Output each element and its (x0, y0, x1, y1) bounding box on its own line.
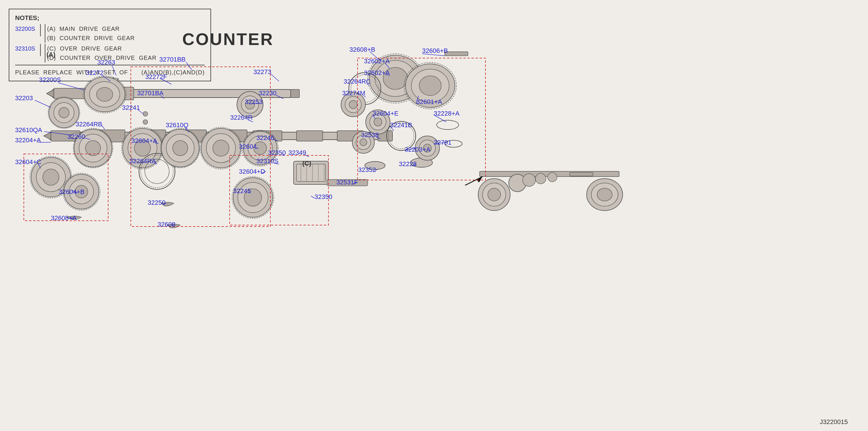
svg-rect-110 (570, 172, 593, 176)
refline-32263 (112, 65, 116, 75)
svg-point-33 (86, 140, 100, 156)
label-32228: 32228 (399, 160, 416, 168)
label-32349: 32349 (288, 149, 306, 156)
label-32273: 32273 (253, 68, 271, 75)
label-32606b: 32606+B (422, 47, 448, 54)
label-32538: 32538 (361, 131, 379, 138)
label-32246: 32246 (256, 134, 274, 141)
label-32264rb: 32264RB (75, 121, 102, 128)
svg-marker-4 (46, 90, 54, 98)
part-32228a (437, 120, 459, 130)
svg-point-113 (597, 188, 612, 201)
label-32204a: 32204+A (15, 136, 41, 144)
svg-point-107 (523, 174, 535, 187)
svg-point-94 (437, 120, 459, 130)
label-32241: 32241 (122, 104, 140, 111)
label-32230: 32230 (259, 90, 276, 97)
label-32531f: 32531F (336, 178, 358, 186)
label-32608b: 32608+B (349, 46, 375, 53)
label-32274m: 32274M (342, 90, 365, 97)
label-32264ra: 32264RA (129, 157, 156, 165)
far-right-shaft (478, 171, 623, 210)
callout-a: (A) (46, 51, 56, 58)
gear-main-drive-a (83, 76, 126, 113)
label-32272f: 32272F (145, 73, 167, 80)
svg-point-37 (96, 88, 113, 101)
refline-32350-2 (311, 196, 314, 198)
assembly-arrow (465, 176, 483, 185)
svg-marker-12 (43, 132, 51, 140)
label-32264rc: 32264RC (344, 78, 371, 85)
label-32602a-1: 32602+A (364, 58, 390, 65)
label-32601a: 32601+A (416, 98, 442, 105)
svg-rect-82 (445, 52, 468, 56)
gear-32203 (48, 97, 80, 129)
svg-point-25 (43, 169, 59, 185)
part-32606b (445, 52, 468, 56)
refline-32701bb (186, 62, 192, 70)
refline-32273 (271, 74, 279, 81)
label-32264r: 32264R (230, 114, 253, 121)
label-32228a: 32228+A (434, 110, 460, 117)
label-32604c: 32604+C (15, 158, 41, 166)
gear-right-1 (200, 127, 242, 169)
callout-c: (C) (302, 160, 311, 167)
svg-point-109 (548, 172, 557, 182)
label-32604e: 32604+E (373, 110, 399, 117)
document-id: J3220015 (820, 418, 848, 426)
label-32203: 32203 (15, 94, 33, 102)
label-32608: 32608 (158, 221, 175, 228)
label-32604d: 32604+D (239, 168, 265, 175)
pin-32241-2 (143, 120, 148, 124)
svg-point-88 (374, 118, 382, 126)
label-32263: 32263 (97, 59, 115, 66)
svg-point-20 (59, 107, 69, 118)
svg-rect-15 (297, 131, 323, 141)
label-32604b: 32604+B (59, 188, 85, 195)
pin-32241 (143, 111, 148, 116)
refline-32203 (35, 100, 51, 107)
label-32203a: 32203+A (405, 146, 431, 153)
label-32200s: 32200S (39, 76, 61, 84)
label-32701: 32701 (434, 139, 452, 146)
label-32604: 32604 (239, 143, 257, 150)
label-32260: 32260 (67, 133, 85, 140)
diagram-container: NOTES; 32200S (A) MAIN DRIVE GEAR (B) CO… (0, 0, 868, 431)
label-32250: 32250 (148, 199, 165, 206)
svg-point-105 (488, 188, 501, 201)
label-32350-2: 32350 (314, 193, 332, 200)
svg-rect-5 (291, 90, 300, 98)
svg-point-108 (535, 173, 546, 184)
label-32701bb: 32701BB (159, 56, 186, 63)
label-32602a-2: 32602+A (364, 69, 390, 76)
label-32272: 32272 (86, 69, 103, 76)
counter-title: COUNTER (182, 30, 274, 48)
label-32610qa: 32610QA (15, 126, 42, 134)
main-diagram-svg: 32200S (A) 32203 32204+A 32610QA 32604+C… (0, 0, 868, 431)
svg-point-48 (173, 140, 188, 156)
gear-32245 (232, 176, 274, 219)
label-32701ba: 32701BA (137, 90, 164, 97)
refline-32241 (138, 110, 143, 114)
svg-point-85 (349, 100, 357, 109)
label-32604a: 32604+A (131, 137, 157, 144)
svg-point-52 (213, 140, 229, 156)
svg-point-80 (419, 76, 441, 96)
svg-point-91 (360, 139, 367, 146)
label-32245: 32245 (233, 187, 251, 195)
label-32241b: 32241B (390, 122, 412, 129)
label-32253: 32253 (245, 98, 262, 105)
label-32352: 32352 (358, 166, 376, 173)
